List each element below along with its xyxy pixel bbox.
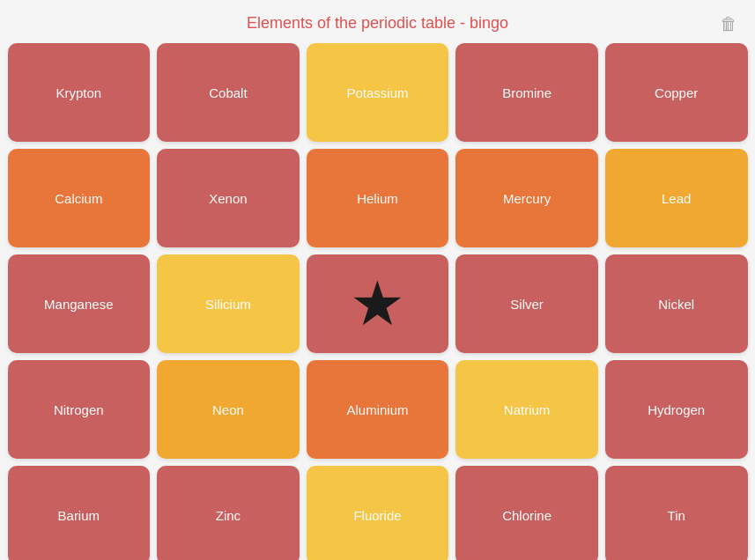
bingo-cell-2[interactable]: Potassium <box>307 43 449 142</box>
title-text: Elements of the periodic table - bingo <box>247 14 508 32</box>
bingo-cell-13[interactable]: Silver <box>455 254 598 353</box>
bingo-cell-7[interactable]: Helium <box>307 149 449 247</box>
bingo-cell-11[interactable]: Silicium <box>157 254 300 353</box>
bingo-cell-16[interactable]: Neon <box>157 360 300 459</box>
trash-icon[interactable]: 🗑 <box>720 14 737 34</box>
bingo-cell-17[interactable]: Aluminium <box>307 360 449 459</box>
bingo-cell-24[interactable]: Tin <box>605 466 748 560</box>
bingo-cell-5[interactable]: Calcium <box>8 149 151 247</box>
bingo-cell-9[interactable]: Lead <box>605 149 748 247</box>
bingo-cell-12[interactable]: ★ <box>307 254 449 353</box>
bingo-cell-6[interactable]: Xenon <box>157 149 300 247</box>
bingo-cell-4[interactable]: Copper <box>605 43 748 142</box>
bingo-cell-15[interactable]: Nitrogen <box>8 360 151 459</box>
bingo-cell-14[interactable]: Nickel <box>605 254 748 353</box>
bingo-cell-23[interactable]: Chlorine <box>455 466 598 560</box>
bingo-cell-22[interactable]: Fluoride <box>307 466 449 560</box>
bingo-cell-8[interactable]: Mercury <box>455 149 598 247</box>
bingo-cell-3[interactable]: Bromine <box>455 43 598 142</box>
bingo-cell-19[interactable]: Hydrogen <box>605 360 748 459</box>
bingo-cell-21[interactable]: Zinc <box>157 466 300 560</box>
page-title: Elements of the periodic table - bingo 🗑 <box>9 14 746 33</box>
bingo-cell-1[interactable]: Cobalt <box>157 43 300 142</box>
bingo-cell-0[interactable]: Krypton <box>8 43 151 142</box>
bingo-cell-20[interactable]: Barium <box>8 466 151 560</box>
bingo-cell-18[interactable]: Natrium <box>455 360 598 459</box>
bingo-cell-10[interactable]: Manganese <box>8 254 151 353</box>
bingo-grid: KryptonCobaltPotassiumBromineCopperCalci… <box>8 43 748 560</box>
